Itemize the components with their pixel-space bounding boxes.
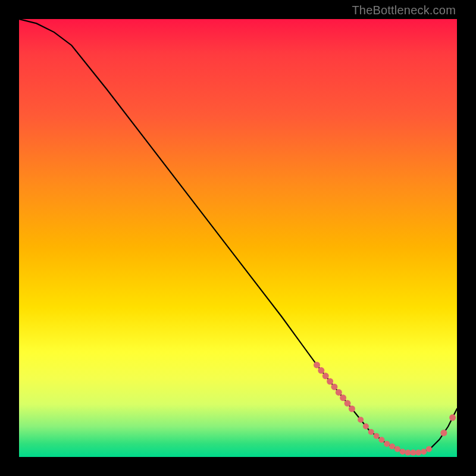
marker-dot <box>340 394 346 401</box>
marker-dot <box>415 450 421 456</box>
marker-dot <box>345 400 351 406</box>
marker-dot <box>449 414 456 421</box>
chart-frame: TheBottleneck.com <box>0 0 476 476</box>
marker-dot <box>331 384 337 390</box>
chart-svg <box>19 19 457 457</box>
marker-dot <box>374 433 380 439</box>
marker-dot <box>358 416 364 422</box>
marker-dot <box>440 430 447 436</box>
marker-dot <box>314 362 320 368</box>
marker-dot <box>421 449 427 455</box>
marker-dot <box>368 429 374 435</box>
marker-cluster-bottom <box>358 416 432 455</box>
marker-dot <box>378 437 384 443</box>
marker-dot <box>363 424 369 430</box>
curve-line <box>19 19 457 453</box>
marker-dot <box>410 450 416 456</box>
marker-dot <box>426 446 432 452</box>
marker-dot <box>336 389 342 396</box>
marker-dot <box>384 441 390 447</box>
marker-dot <box>349 406 355 412</box>
plot-area <box>19 19 457 457</box>
marker-cluster-left <box>314 362 355 412</box>
marker-dot <box>400 449 406 455</box>
marker-dot <box>318 367 324 374</box>
watermark-text: TheBottleneck.com <box>352 4 456 17</box>
marker-dot <box>394 446 400 452</box>
marker-dot <box>322 372 329 379</box>
marker-dot <box>405 450 411 456</box>
marker-dot <box>389 443 395 449</box>
marker-dot <box>327 378 333 385</box>
